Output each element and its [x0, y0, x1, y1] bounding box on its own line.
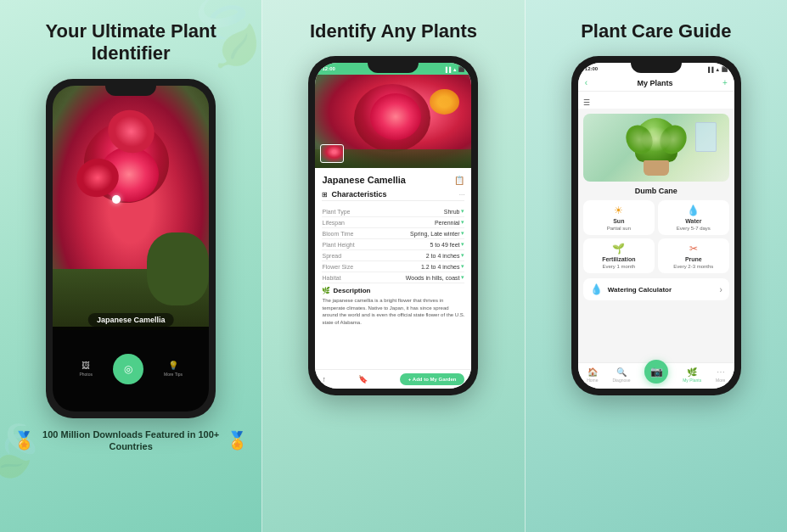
plant-info: Japanese Camellia 📋 ⊞ Characteristics ··… [315, 168, 471, 369]
sun-title: Sun [613, 218, 624, 224]
list-view-icon[interactable]: ☰ [583, 98, 590, 107]
plant-name-3: Dumb Cane [583, 187, 729, 195]
more-tab-label: More [716, 378, 725, 383]
description-section: 🌿 Description The japanese camellia is a… [322, 287, 464, 326]
scan-dot [112, 195, 121, 204]
description-header: 🌿 Description [322, 287, 464, 294]
char-label-plant-type: Plant Type [322, 209, 350, 215]
tab-diagnose[interactable]: 🔍 Diagnose [612, 367, 630, 383]
add-to-garden-button[interactable]: + Add to My Garden [400, 373, 465, 385]
info-icon[interactable]: 📋 [454, 176, 464, 185]
char-value-plant-type: Shrub ▾ [444, 208, 465, 215]
char-row-flower: Flower Size 1.2 to 4 inches ▾ [322, 261, 464, 272]
phone-mockup-1: Japanese Camellia 🖼 Photos ◎ 💡 More Tips [46, 79, 216, 418]
char-value-bloom: Spring, Late winter ▾ [410, 230, 464, 237]
sun-icon: ☀ [614, 204, 623, 216]
char-row-bloom: Bloom Time Spring, Late winter ▾ [322, 228, 464, 239]
plant-name-2: Japanese Camellia [322, 175, 405, 185]
panel3-title: Plant Care Guide [581, 20, 731, 42]
char-value-habitat: Woods in hills, coast ▾ [406, 274, 465, 281]
plant-name-row: Japanese Camellia 📋 [322, 175, 464, 185]
bottom-nav-row: 🖼 Photos ◎ 💡 More Tips [79, 354, 183, 384]
phone-mockup-2: 12:00 ▐▐ ▲ ⬛ Japanese Camellia 📋 ⊞ [308, 56, 478, 395]
description-title: Description [333, 287, 370, 294]
panel1-title: Your Ultimate Plant Identifier [14, 20, 248, 65]
watering-calc-text: Watering Calculator [608, 286, 715, 294]
care-content: Dumb Cane ☀ Sun Partial sun 💧 Water Ever… [578, 109, 734, 362]
plant-photo-2 [315, 75, 471, 168]
phone-screen-3: 12:00 ▐▐ ▲ ⬛ ‹ My Plants + ☰ [578, 63, 734, 389]
signal-icons-3: ▐▐ ▲ ⬛ [706, 66, 728, 72]
panel2-title: Identify Any Plants [310, 20, 477, 42]
phone-screen-2: 12:00 ▐▐ ▲ ⬛ Japanese Camellia 📋 ⊞ [315, 63, 471, 389]
my-plants-tab-label: My Plants [683, 378, 701, 383]
footer-badge: 🏅 100 Million Downloads Featured in 100+… [14, 428, 248, 453]
phone-mockup-3: 12:00 ▐▐ ▲ ⬛ ‹ My Plants + ☰ [571, 56, 741, 395]
my-plants-tab-icon: 🌿 [687, 367, 697, 377]
tab-more[interactable]: ⋯ More [716, 367, 725, 383]
fertilize-icon: 🌱 [612, 243, 625, 255]
care-card-prune: ✂ Prune Every 2-3 months [658, 238, 729, 273]
prune-title: Prune [685, 256, 702, 262]
fertilize-title: Fertilization [602, 256, 635, 262]
phone-notch-2 [368, 63, 419, 73]
char-label-flower: Flower Size [322, 264, 353, 270]
char-row-height: Plant Height 5 to 49 feet ▾ [322, 239, 464, 250]
char-value-flower: 1.2 to 4 inches ▾ [421, 263, 465, 270]
char-value-height: 5 to 49 feet ▾ [430, 241, 464, 248]
identify-button[interactable]: ◎ [113, 354, 143, 384]
water-value: Every 5-7 days [677, 226, 711, 231]
char-row-plant-type: Plant Type Shrub ▾ [322, 206, 464, 217]
bookmark-icon[interactable]: 🔖 [358, 375, 368, 384]
char-more-icon[interactable]: ··· [459, 191, 465, 199]
plant-care-photo [583, 114, 729, 182]
panel-identify-plants: Identify Any Plants 12:00 ▐▐ ▲ ⬛ Japanes… [261, 0, 525, 532]
phone-notch-1 [105, 86, 156, 96]
flower-photo [53, 86, 209, 330]
char-row-habitat: Habitat Woods in hills, coast ▾ [322, 272, 464, 283]
tips-icon-item[interactable]: 💡 More Tips [164, 361, 183, 377]
char-row-spread: Spread 2 to 4 inches ▾ [322, 250, 464, 261]
care-grid: ☀ Sun Partial sun 💧 Water Every 5-7 days… [583, 200, 729, 273]
characteristics-header: ⊞ Characteristics ··· [322, 190, 464, 201]
laurel-left-icon: 🏅 [14, 430, 35, 451]
add-plant-icon[interactable]: + [722, 78, 728, 87]
char-label-height: Plant Height [322, 242, 354, 248]
watering-calculator[interactable]: 💧 Watering Calculator › [583, 278, 729, 300]
back-icon[interactable]: ‹ [585, 78, 587, 87]
care-navigation: ‹ My Plants + [578, 75, 734, 92]
care-card-water: 💧 Water Every 5-7 days [658, 200, 729, 235]
watering-calc-arrow: › [719, 285, 722, 294]
char-label-spread: Spread [322, 253, 341, 259]
time-3: 12:00 [585, 66, 598, 71]
char-value-lifespan: Perennial ▾ [435, 219, 465, 226]
camera-tab-button[interactable]: 📷 [644, 360, 668, 384]
phone-notch-3 [631, 63, 682, 73]
plant-label: Japanese Camellia [88, 313, 174, 327]
camera-bottom-bar: 🖼 Photos ◎ 💡 More Tips [53, 327, 209, 412]
prune-value: Every 2-3 months [673, 264, 713, 269]
bottom-action-bar: ↑ 🔖 + Add to My Garden [315, 369, 471, 389]
water-icon: 💧 [687, 204, 700, 216]
char-label-bloom: Bloom Time [322, 231, 353, 237]
tab-bar: 🏠 Home 🔍 Diagnose 📷 🌿 My Plants ⋯ More [578, 362, 734, 389]
share-icon[interactable]: ↑ [322, 375, 326, 384]
description-text: The japanese camellia is a bright flower… [322, 297, 464, 326]
panel-care-guide: Plant Care Guide 12:00 ▐▐ ▲ ⬛ ‹ My Plant… [526, 0, 787, 532]
photos-icon-item[interactable]: 🖼 Photos [79, 361, 93, 377]
tab-home[interactable]: 🏠 Home [587, 367, 598, 383]
diagnose-tab-label: Diagnose [612, 378, 630, 383]
signal-icons-2: ▐▐ ▲ ⬛ [444, 66, 465, 72]
time-2: 12:00 [322, 66, 334, 71]
plant-thumbnail [320, 144, 344, 163]
camera-tab-icon: 📷 [650, 366, 663, 378]
char-row-lifespan: Lifespan Perennial ▾ [322, 217, 464, 228]
char-label-habitat: Habitat [322, 275, 340, 281]
home-tab-icon: 🏠 [587, 367, 598, 377]
panel-plant-identifier: 🍃 🍃 Your Ultimate Plant Identifier Japan… [0, 0, 261, 532]
care-card-fertilize: 🌱 Fertilization Every 1 month [583, 238, 655, 273]
tab-my-plants[interactable]: 🌿 My Plants [683, 367, 701, 383]
char-grid-icon: ⊞ [322, 191, 328, 199]
watering-calc-icon: 💧 [590, 283, 603, 295]
water-title: Water [685, 218, 701, 224]
